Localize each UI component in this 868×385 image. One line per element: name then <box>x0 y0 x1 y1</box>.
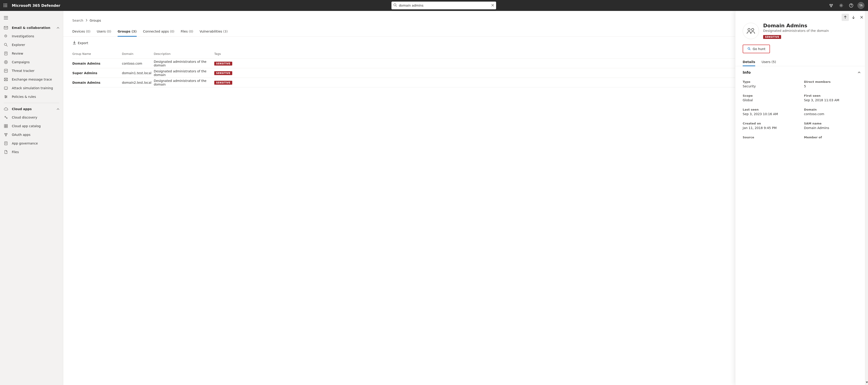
campaigns-icon <box>4 60 8 64</box>
info-label: Direct members <box>804 80 861 84</box>
help-icon[interactable] <box>847 2 855 9</box>
search-input[interactable] <box>397 4 491 7</box>
col-header-desc[interactable]: Description <box>154 52 214 56</box>
info-member-of: Member of <box>804 136 861 140</box>
sidebar-item-attack-sim[interactable]: Attack simulation training <box>0 84 63 92</box>
info-value: Global <box>743 98 800 102</box>
nav-label: Files <box>12 150 19 154</box>
oauth-icon <box>4 132 8 137</box>
chevron-up-icon <box>57 107 59 111</box>
details-flyout: Domain Admins Designated administrators … <box>735 11 868 385</box>
svg-rect-47 <box>4 124 6 126</box>
svg-rect-48 <box>6 124 7 126</box>
settings-icon[interactable] <box>838 2 845 9</box>
info-scope: Scope Global <box>743 94 800 102</box>
attack-sim-icon <box>4 86 8 90</box>
tab-vulnerabilities[interactable]: Vulnerabilities (3) <box>200 26 228 36</box>
sidebar-item-campaigns[interactable]: Campaigns <box>0 58 63 66</box>
close-flyout-button[interactable] <box>858 13 865 21</box>
nav-label: Cloud app catalog <box>12 124 41 128</box>
svg-point-30 <box>5 61 7 63</box>
sidebar-item-files[interactable]: Files <box>0 148 63 156</box>
next-item-button[interactable] <box>850 13 857 21</box>
tab-users[interactable]: Users (0) <box>97 26 111 36</box>
sidebar-item-cloud-discovery[interactable]: Cloud discovery <box>0 113 63 122</box>
nav-label: Campaigns <box>12 60 30 64</box>
global-search-box[interactable] <box>392 2 496 9</box>
nav-label: App governance <box>12 142 38 145</box>
nav-section-cloud-apps[interactable]: Cloud apps <box>0 105 63 113</box>
sidebar-item-cloud-catalog[interactable]: Cloud app catalog <box>0 122 63 130</box>
flyout-tab-users[interactable]: Users (5) <box>762 58 776 66</box>
svg-rect-3 <box>4 5 4 6</box>
info-value: Sep 3, 2023 10:16 AM <box>743 112 800 116</box>
info-label: Source <box>743 136 800 139</box>
cell-domain: domain2.test.local <box>122 81 154 84</box>
scroll-down-icon[interactable] <box>866 380 868 384</box>
nav-label: Review <box>12 52 23 55</box>
cell-desc: Designated administrators of the domain <box>154 60 214 67</box>
tab-connected-apps[interactable]: Connected apps (0) <box>143 26 175 36</box>
info-value: 5 <box>804 84 861 88</box>
previous-item-button[interactable] <box>842 13 849 21</box>
breadcrumb-root[interactable]: Search <box>72 19 83 22</box>
sensitive-tag: SENSITIVE <box>214 81 232 85</box>
sidebar-item-investigations[interactable]: Investigations <box>0 32 63 40</box>
info-type: Type Security <box>743 80 800 88</box>
community-icon[interactable] <box>828 2 835 9</box>
sidebar-item-oauth[interactable]: OAuth apps <box>0 130 63 139</box>
download-icon <box>73 41 76 45</box>
export-label: Export <box>78 41 88 45</box>
col-header-tags[interactable]: Tags <box>214 52 235 56</box>
tab-groups[interactable]: Groups (3) <box>118 26 137 36</box>
sidebar-item-explorer[interactable]: Explorer <box>0 40 63 49</box>
tab-label: Groups <box>118 30 130 33</box>
cell-name: Domain Admins <box>72 81 122 84</box>
svg-point-16 <box>840 5 842 6</box>
svg-rect-8 <box>6 6 7 7</box>
sidebar-item-policies[interactable]: Policies & rules <box>0 92 63 101</box>
tab-files[interactable]: Files (0) <box>181 26 193 36</box>
col-header-domain[interactable]: Domain <box>122 52 154 56</box>
app-launcher-button[interactable] <box>2 2 9 9</box>
sidebar-item-threat-tracker[interactable]: Threat tracker <box>0 66 63 75</box>
export-button[interactable]: Export <box>72 39 89 47</box>
info-value: Domain Admins <box>804 126 861 130</box>
governance-icon <box>4 141 8 145</box>
tab-count: (0) <box>189 30 193 33</box>
svg-rect-57 <box>5 142 7 145</box>
info-label: Created on <box>743 122 800 125</box>
user-avatar[interactable]: TA <box>858 2 864 9</box>
go-hunt-button[interactable]: Go hunt <box>743 45 770 53</box>
nav-toggle-button[interactable] <box>1 13 10 22</box>
policies-icon <box>4 95 8 99</box>
info-section-header[interactable]: Info <box>743 70 861 77</box>
investigations-icon <box>4 34 8 38</box>
info-value: Jan 11, 2018 9:45 PM <box>743 126 800 130</box>
nav-label: Explorer <box>12 43 25 47</box>
scrollbar[interactable] <box>865 11 868 385</box>
info-direct-members: Direct members 5 <box>804 80 861 88</box>
tab-label: Users <box>97 30 105 33</box>
nav-section-email-collab[interactable]: Email & collaboration <box>0 24 63 32</box>
review-icon <box>4 52 8 56</box>
sensitive-tag: SENSITIVE <box>214 71 232 75</box>
flyout-tab-details[interactable]: Details <box>743 58 755 66</box>
sidebar-item-review[interactable]: Review <box>0 49 63 58</box>
svg-point-45 <box>6 118 7 119</box>
svg-point-44 <box>5 116 6 117</box>
info-domain: Domain contoso.com <box>804 108 861 116</box>
sensitive-tag: SENSITIVE <box>214 62 232 65</box>
cell-tags: SENSITIVE <box>214 61 235 65</box>
mail-icon <box>4 26 8 29</box>
tab-devices[interactable]: Devices (0) <box>72 26 90 36</box>
svg-point-66 <box>748 28 750 31</box>
tab-count: (0) <box>107 30 111 33</box>
clear-search-icon[interactable] <box>491 3 494 8</box>
tab-count: (0) <box>170 30 175 33</box>
col-header-name[interactable]: Group Name <box>72 52 122 56</box>
nav-label: Threat tracker <box>12 69 35 72</box>
sidebar-item-app-governance[interactable]: App governance <box>0 139 63 148</box>
sidebar-item-exchange-trace[interactable]: Exchange message trace <box>0 75 63 84</box>
svg-point-14 <box>832 4 833 5</box>
